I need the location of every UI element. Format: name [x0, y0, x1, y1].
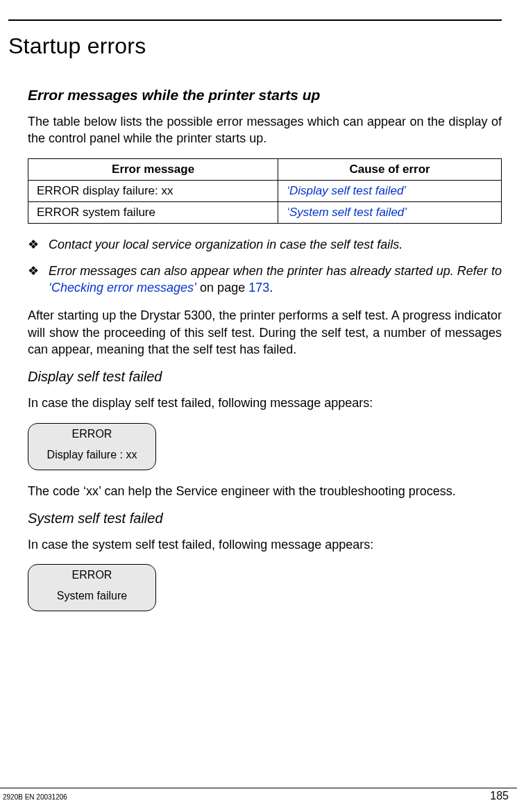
table-header-row: Error message Cause of error: [28, 158, 502, 180]
footer-pagenum: 185: [490, 790, 509, 802]
sub2-intro: In case the system self test failed, fol…: [28, 536, 502, 553]
bullet-mid: on page: [196, 281, 248, 295]
bullet-list: ❖ Contact your local service organizatio…: [28, 236, 502, 297]
sub1-intro: In case the display self test failed, fo…: [28, 395, 502, 411]
lcd-line1: ERROR: [40, 428, 144, 440]
error-table: Error message Cause of error ERROR displ…: [28, 158, 502, 224]
subheading-display: Display self test failed: [28, 369, 502, 385]
subheading-system: System self test failed: [28, 511, 502, 527]
bullet-icon: ❖: [28, 236, 49, 253]
table-row: ERROR system failure ‘System self test f…: [28, 201, 502, 223]
table-header-cause: Cause of error: [278, 158, 502, 180]
footer-docid: 2920B EN 20031206: [3, 793, 67, 801]
page-ref[interactable]: 173: [248, 281, 269, 295]
table-row: ERROR display failure: xx ‘Display self …: [28, 180, 502, 201]
lcd-line1: ERROR: [40, 569, 144, 581]
bullet-post: .: [269, 281, 273, 295]
list-item: ❖ Contact your local service organizatio…: [28, 236, 502, 253]
lcd-system-box: ERROR System failure: [28, 564, 156, 611]
bullet-text: Error messages can also appear when the …: [49, 263, 502, 297]
bullet-text: Contact your local service organization …: [49, 236, 502, 253]
table-cell-msg: ERROR system failure: [28, 201, 278, 223]
table-header-msg: Error message: [28, 158, 278, 180]
section-heading: Error messages while the printer starts …: [28, 87, 502, 103]
table-cell-cause: ‘Display self test failed’: [278, 180, 502, 201]
after-paragraph: After starting up the Drystar 5300, the …: [28, 307, 502, 358]
bullet-pre: Error messages can also appear when the …: [49, 264, 502, 278]
lcd-line2: System failure: [40, 590, 144, 602]
intro-paragraph: The table below lists the possible error…: [28, 113, 502, 147]
list-item: ❖ Error messages can also appear when th…: [28, 263, 502, 297]
lcd-line2: Display failure : xx: [40, 449, 144, 461]
table-cell-cause: ‘System self test failed’: [278, 201, 502, 223]
content-block: Error messages while the printer starts …: [8, 87, 502, 611]
lcd-display-box: ERROR Display failure : xx: [28, 423, 156, 470]
page-title: Startup errors: [8, 33, 502, 59]
top-rule: [8, 19, 502, 21]
page-body: Startup errors Error messages while the …: [0, 0, 517, 611]
page-footer: 2920B EN 20031206 185: [0, 788, 517, 802]
link-checking-error-messages[interactable]: ‘Checking error messages’: [49, 281, 196, 295]
sub1-note: The code ‘xx’ can help the Service engin…: [28, 483, 502, 499]
table-cell-msg: ERROR display failure: xx: [28, 180, 278, 201]
bullet-icon: ❖: [28, 263, 49, 297]
